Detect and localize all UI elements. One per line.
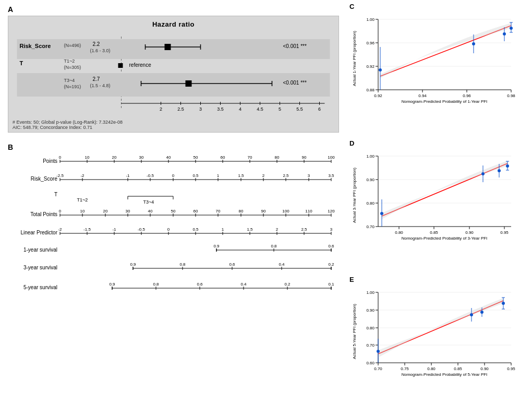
svg-rect-24 xyxy=(186,80,192,87)
panel-c: C 0.92 0.94 0.96 0.98 0. xyxy=(349,3,527,137)
svg-text:0.95: 0.95 xyxy=(500,230,509,235)
svg-text:10: 10 xyxy=(80,209,85,214)
svg-text:0.94: 0.94 xyxy=(418,93,427,98)
svg-text:(N=191): (N=191) xyxy=(64,84,81,89)
svg-text:T: T xyxy=(20,60,23,66)
svg-text:20: 20 xyxy=(103,209,108,214)
svg-text:0.70: 0.70 xyxy=(374,366,382,371)
svg-text:80: 80 xyxy=(239,209,244,214)
svg-text:0.80: 0.80 xyxy=(395,230,403,235)
svg-text:60: 60 xyxy=(194,209,198,214)
svg-point-250 xyxy=(380,212,383,215)
panel-d: D 0.80 0.85 0.90 0.95 0. xyxy=(349,139,527,274)
svg-text:3: 3 xyxy=(330,227,333,232)
svg-text:0: 0 xyxy=(172,173,175,178)
svg-text:80: 80 xyxy=(275,155,280,160)
svg-text:0: 0 xyxy=(59,155,62,160)
svg-text:1: 1 xyxy=(217,173,220,178)
svg-rect-9 xyxy=(165,44,171,50)
svg-text:-1: -1 xyxy=(112,227,116,232)
svg-text:0.98: 0.98 xyxy=(507,93,515,98)
forest-title: Hazard ratio xyxy=(13,20,334,28)
svg-text:-2.5: -2.5 xyxy=(56,173,64,178)
svg-text:0.90: 0.90 xyxy=(366,177,374,182)
svg-text:90: 90 xyxy=(302,155,307,160)
svg-text:0.4: 0.4 xyxy=(240,282,247,287)
svg-text:0.8: 0.8 xyxy=(271,244,277,248)
svg-text:20: 20 xyxy=(112,155,117,160)
calibration-d-svg: 0.80 0.85 0.90 0.95 0.70 0.80 0.90 1.00 xyxy=(349,148,522,242)
svg-text:0.80: 0.80 xyxy=(366,201,374,206)
svg-text:T1~2: T1~2 xyxy=(64,58,75,64)
panel-b-label: B xyxy=(8,143,339,151)
svg-text:0.90: 0.90 xyxy=(465,230,474,235)
svg-text:0.92: 0.92 xyxy=(374,93,382,98)
svg-text:0.8: 0.8 xyxy=(153,282,159,287)
svg-point-252 xyxy=(481,172,485,175)
svg-text:1.5: 1.5 xyxy=(238,173,244,178)
svg-point-220 xyxy=(503,32,506,35)
svg-text:3: 3 xyxy=(199,106,202,112)
svg-text:100: 100 xyxy=(282,209,289,214)
svg-text:0.2: 0.2 xyxy=(284,282,291,287)
svg-point-295 xyxy=(480,311,483,314)
svg-text:50: 50 xyxy=(171,209,176,214)
svg-text:0.6: 0.6 xyxy=(328,244,334,248)
svg-text:-0.5: -0.5 xyxy=(138,227,145,232)
svg-text:2.2: 2.2 xyxy=(93,41,100,47)
svg-text:Actual 3-Year PFI (proportion): Actual 3-Year PFI (proportion) xyxy=(352,167,357,222)
svg-text:<0.001 ***: <0.001 *** xyxy=(283,43,307,49)
panel-a: A Hazard ratio Risk_Score xyxy=(8,5,339,133)
svg-text:4.5: 4.5 xyxy=(257,106,263,112)
svg-text:0.1: 0.1 xyxy=(328,282,334,287)
svg-text:30: 30 xyxy=(139,155,144,160)
svg-text:0.88: 0.88 xyxy=(366,88,374,92)
svg-text:2.5: 2.5 xyxy=(177,106,184,112)
left-panel: A Hazard ratio Risk_Score xyxy=(0,0,344,415)
svg-text:1: 1 xyxy=(222,227,224,232)
svg-text:3: 3 xyxy=(308,173,310,178)
svg-text:0.2: 0.2 xyxy=(328,262,334,267)
svg-text:0.9: 0.9 xyxy=(109,282,115,287)
svg-point-299 xyxy=(502,302,505,305)
svg-text:40: 40 xyxy=(148,209,153,214)
svg-text:60: 60 xyxy=(221,155,225,160)
svg-text:0: 0 xyxy=(59,209,62,214)
svg-text:<0.001 ***: <0.001 *** xyxy=(283,80,307,86)
panel-d-label: D xyxy=(349,139,527,147)
forest-plot-svg: Risk_Score (N=496) 2.2 (1.6 - 3.0) <0.00… xyxy=(13,31,334,117)
svg-text:120: 120 xyxy=(328,209,335,214)
svg-text:5.5: 5.5 xyxy=(296,106,303,112)
svg-text:100: 100 xyxy=(328,155,335,160)
svg-text:-1.5: -1.5 xyxy=(83,227,91,232)
calibration-e-svg: 0.70 0.75 0.80 0.85 0.90 0.95 0.60 0.70 … xyxy=(349,284,522,378)
svg-text:10: 10 xyxy=(85,155,90,160)
svg-text:0.70: 0.70 xyxy=(366,343,374,348)
svg-text:0.70: 0.70 xyxy=(366,224,374,229)
svg-text:0: 0 xyxy=(167,227,170,232)
panel-a-label: A xyxy=(8,5,339,14)
svg-text:Actual 1-Year PFI (proportion): Actual 1-Year PFI (proportion) xyxy=(352,31,357,86)
panel-e-label: E xyxy=(349,276,527,283)
svg-text:0.80: 0.80 xyxy=(427,366,436,371)
svg-text:(N=305): (N=305) xyxy=(64,65,81,70)
svg-text:0.5: 0.5 xyxy=(192,173,199,178)
svg-text:Risk_Score: Risk_Score xyxy=(20,43,51,49)
svg-text:0.5: 0.5 xyxy=(192,227,199,232)
panel-c-label: C xyxy=(349,3,527,10)
svg-text:Total Points: Total Points xyxy=(30,211,57,217)
svg-point-258 xyxy=(506,164,509,168)
svg-rect-1 xyxy=(17,39,330,59)
svg-text:0.8: 0.8 xyxy=(179,262,186,267)
svg-text:110: 110 xyxy=(305,209,312,214)
svg-text:5: 5 xyxy=(279,106,281,112)
svg-text:-2: -2 xyxy=(80,173,84,178)
svg-text:0.6: 0.6 xyxy=(229,262,235,267)
svg-text:70: 70 xyxy=(216,209,221,214)
svg-text:reference: reference xyxy=(129,62,152,68)
svg-point-218 xyxy=(472,42,475,45)
svg-text:Nomogram-Predicted Probability: Nomogram-Predicted Probability of 1-Year… xyxy=(402,99,488,104)
svg-text:0.9: 0.9 xyxy=(130,262,136,267)
nomogram-svg: Points 0 10 20 30 40 50 60 70 80 90 100 … xyxy=(8,153,342,315)
svg-text:T3~4: T3~4 xyxy=(143,199,154,205)
